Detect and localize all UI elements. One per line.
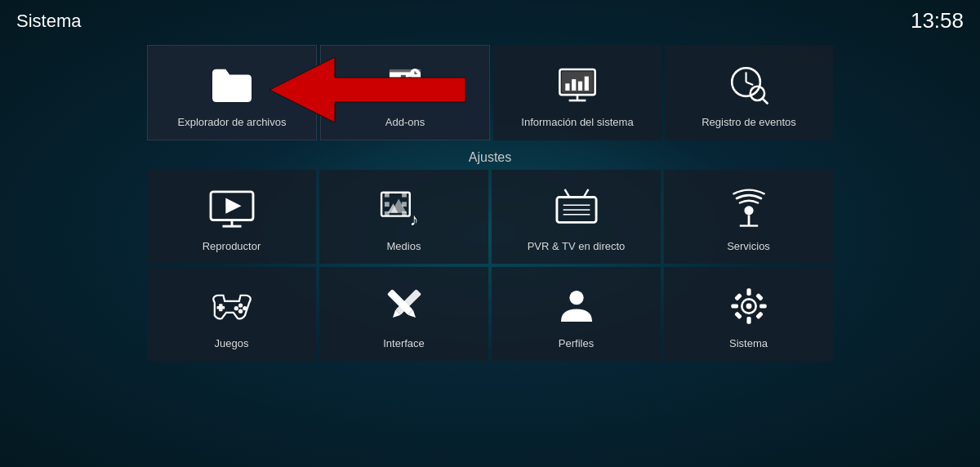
svg-point-55	[569, 291, 583, 305]
tile-profiles[interactable]: Perfiles	[492, 267, 661, 361]
pvr-icon	[552, 185, 601, 234]
svg-rect-62	[734, 293, 742, 301]
tile-event-log[interactable]: Registro de eventos	[665, 45, 833, 140]
media-icon: ♪	[380, 185, 429, 234]
svg-line-18	[746, 82, 754, 85]
addons-icon	[381, 60, 430, 109]
player-icon	[207, 185, 256, 234]
header: Sistema 13:58	[0, 0, 980, 42]
svg-rect-6	[408, 77, 412, 87]
sysinfo-icon	[553, 60, 602, 109]
tile-label: Información del sistema	[521, 116, 633, 128]
top-row: Explorador de archivos	[147, 45, 833, 140]
svg-rect-63	[755, 293, 764, 301]
section-label: Ajustes	[147, 144, 833, 170]
tile-system[interactable]: Sistema	[664, 267, 833, 361]
tile-games[interactable]: Juegos	[147, 267, 316, 361]
tile-label: Sistema	[729, 337, 768, 349]
svg-rect-27	[384, 193, 389, 198]
svg-line-20	[762, 98, 767, 103]
profiles-icon	[552, 282, 601, 331]
svg-rect-15	[585, 77, 589, 91]
main-content: Explorador de archivos	[0, 45, 980, 467]
row-2: Juegos Interface	[147, 267, 833, 361]
tile-services[interactable]: Servicios	[664, 170, 833, 264]
tile-label: Reproductor	[203, 240, 261, 252]
tile-label: Interface	[383, 337, 425, 349]
system-icon	[724, 282, 773, 331]
folder-icon	[207, 60, 256, 109]
svg-rect-5	[401, 75, 406, 88]
svg-point-57	[746, 304, 751, 309]
tile-label: Juegos	[215, 337, 249, 349]
tile-label: Perfiles	[559, 337, 594, 349]
tile-interface[interactable]: Interface	[319, 267, 488, 361]
tile-media[interactable]: ♪ Medios	[319, 170, 488, 264]
tile-label: Servicios	[727, 240, 770, 252]
eventlog-icon	[724, 60, 773, 109]
svg-point-49	[238, 309, 242, 314]
tile-player[interactable]: Reproductor	[147, 170, 316, 264]
row-1: Reproductor ♪	[147, 170, 833, 264]
svg-marker-23	[225, 198, 241, 214]
svg-point-47	[238, 303, 242, 307]
tile-label: PVR & TV en directo	[528, 240, 626, 252]
svg-rect-4	[394, 79, 399, 87]
tile-label: Add-ons	[385, 116, 425, 128]
services-icon	[724, 185, 773, 234]
svg-rect-30	[402, 193, 407, 198]
svg-point-42	[744, 206, 753, 215]
tile-addons[interactable]: Add-ons	[320, 45, 490, 140]
svg-rect-58	[746, 288, 751, 296]
svg-rect-14	[578, 82, 582, 91]
svg-rect-28	[384, 202, 389, 207]
svg-point-48	[243, 306, 247, 310]
tile-pvr[interactable]: PVR & TV en directo	[492, 170, 661, 264]
clock: 13:58	[911, 8, 964, 33]
interface-icon	[380, 282, 429, 331]
svg-point-50	[234, 306, 238, 310]
tile-label: Medios	[387, 240, 421, 252]
svg-rect-59	[746, 317, 751, 324]
svg-rect-61	[760, 304, 767, 308]
games-icon	[207, 282, 256, 331]
svg-rect-13	[572, 79, 576, 91]
svg-text:♪: ♪	[409, 210, 418, 229]
tile-label: Explorador de archivos	[178, 116, 287, 128]
tile-label: Registro de eventos	[702, 116, 796, 128]
page-title: Sistema	[16, 11, 81, 32]
svg-rect-60	[731, 304, 738, 308]
svg-rect-12	[565, 83, 569, 91]
svg-rect-65	[755, 311, 764, 319]
svg-rect-64	[734, 311, 742, 319]
tile-file-explorer[interactable]: Explorador de archivos	[147, 45, 317, 140]
tile-system-info[interactable]: Información del sistema	[493, 45, 662, 140]
svg-rect-46	[216, 306, 225, 309]
